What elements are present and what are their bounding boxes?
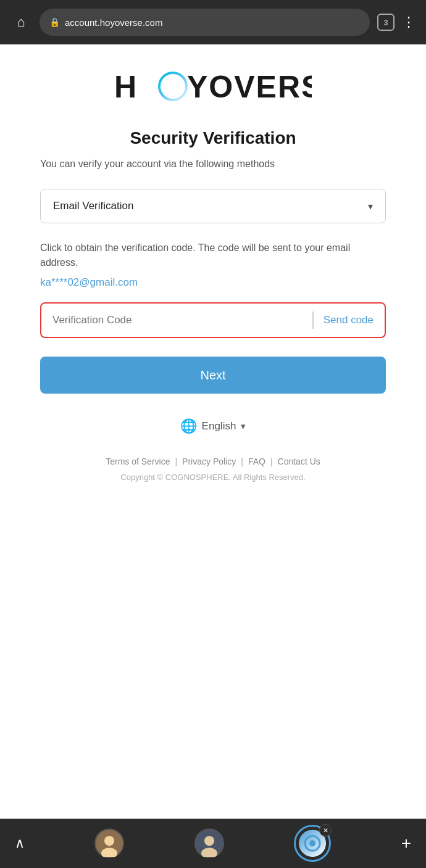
logo-container: H YOVERSE [114, 69, 312, 106]
verification-method-dropdown[interactable]: Email Verification ▾ [40, 189, 386, 223]
svg-point-7 [204, 836, 214, 846]
home-icon[interactable]: ⌂ [10, 14, 32, 30]
verification-code-wrapper[interactable]: Send code [40, 302, 386, 338]
nav-plus-icon[interactable]: + [401, 833, 411, 853]
svg-text:YOVERSE: YOVERSE [187, 70, 312, 104]
faq-link[interactable]: FAQ [248, 457, 265, 466]
page-content: H YOVERSE Security Verification You can … [0, 44, 426, 819]
terms-of-service-link[interactable]: Terms of Service [106, 457, 170, 466]
globe-icon: 🌐 [180, 418, 197, 434]
address-bar[interactable]: 🔒 account.hoyoverse.com [40, 9, 370, 36]
page-subtitle: You can verify your account via the foll… [40, 157, 386, 172]
svg-point-1 [159, 73, 186, 100]
nav-avatar-1[interactable] [94, 829, 124, 858]
close-badge: ✕ [319, 824, 332, 837]
svg-point-4 [104, 836, 114, 846]
contact-us-link[interactable]: Contact Us [278, 457, 320, 466]
tab-count-badge[interactable]: 3 [377, 14, 395, 31]
separator-2: | [241, 457, 243, 466]
center-icon-graphic [304, 835, 321, 852]
browser-bar: ⌂ 🔒 account.hoyoverse.com 3 ⋮ [0, 0, 426, 44]
nav-avatar-2[interactable] [194, 829, 224, 858]
hoyoverse-logo: H YOVERSE [114, 69, 312, 106]
svg-point-10 [309, 840, 315, 846]
language-selector[interactable]: 🌐 English ▾ [180, 418, 246, 434]
next-button[interactable]: Next [40, 357, 386, 394]
separator-1: | [175, 457, 177, 466]
bottom-nav: ∧ ✕ + [0, 819, 426, 868]
page-title: Security Verification [130, 128, 296, 148]
avatar-1-image [96, 830, 123, 857]
verification-code-input[interactable] [52, 314, 303, 326]
avatar-2-image [196, 830, 223, 857]
address-text: account.hoyoverse.com [65, 17, 360, 28]
copyright-text: Copyright © COGNOSPHERE. All Rights Rese… [120, 473, 305, 482]
send-code-button[interactable]: Send code [324, 314, 374, 326]
masked-email: ka****02@gmail.com [40, 276, 386, 289]
nav-center-button[interactable]: ✕ [294, 825, 331, 862]
input-divider [312, 312, 314, 329]
verification-info-text: Click to obtain the verification code. T… [40, 241, 386, 270]
menu-dots-icon[interactable]: ⋮ [402, 14, 416, 30]
svg-text:H: H [114, 70, 138, 104]
footer-links: Terms of Service | Privacy Policy | FAQ … [106, 457, 320, 466]
language-chevron-icon: ▾ [241, 421, 246, 432]
chevron-down-icon: ▾ [368, 200, 373, 212]
privacy-policy-link[interactable]: Privacy Policy [182, 457, 236, 466]
language-label: English [202, 420, 236, 432]
dropdown-selected-label: Email Verification [53, 200, 133, 212]
separator-3: | [270, 457, 273, 466]
nav-chevron-up-icon[interactable]: ∧ [15, 835, 25, 851]
lock-icon: 🔒 [49, 17, 60, 27]
